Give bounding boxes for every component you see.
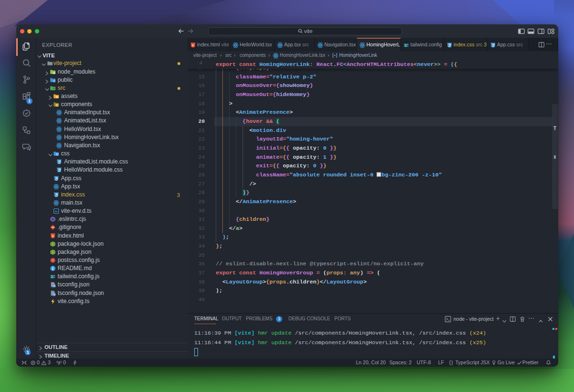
svg-text:</>: </>	[53, 87, 56, 90]
svg-text:TS: TS	[53, 285, 55, 287]
svg-text:TS: TS	[53, 293, 55, 295]
svg-text:ts: ts	[55, 210, 57, 213]
